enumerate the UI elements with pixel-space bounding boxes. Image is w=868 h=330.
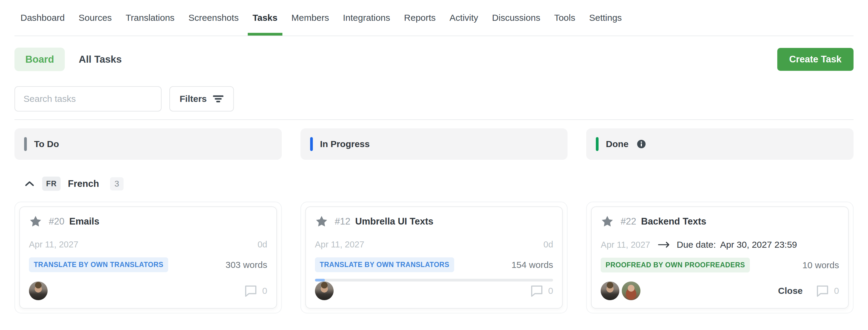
comment-bubble-icon: [530, 285, 544, 297]
task-number: #20: [49, 216, 64, 227]
start-date: Apr 11, 2027: [315, 240, 364, 249]
assignee-avatars: [29, 281, 48, 300]
task-count-badge: 3: [110, 177, 124, 190]
card-badge-row: TRANSLATE BY OWN TRANSLATORS 303 words: [29, 258, 267, 272]
assignee-avatars: [601, 281, 641, 300]
task-number: #22: [621, 216, 636, 227]
avatar: [315, 281, 334, 300]
comments-button[interactable]: 0: [244, 285, 267, 297]
nav-item-members[interactable]: Members: [291, 0, 329, 35]
create-task-button[interactable]: Create Task: [777, 48, 854, 71]
close-task-button[interactable]: Close: [778, 286, 803, 296]
card-date-row: Apr 11, 2027 0d: [29, 240, 267, 249]
duration: 0d: [544, 240, 553, 249]
column-label: In Progress: [320, 139, 370, 149]
search-row: Filters: [14, 86, 854, 112]
nav-item-translations[interactable]: Translations: [126, 0, 175, 35]
comments-button[interactable]: 0: [816, 285, 839, 297]
column-header-in-progress: In Progress: [301, 128, 568, 160]
nav-item-screenshots[interactable]: Screenshots: [188, 0, 239, 35]
comment-bubble-icon: [244, 285, 257, 297]
nav-item-activity[interactable]: Activity: [450, 0, 478, 35]
avatar: [601, 281, 619, 300]
card-date-row: Apr 11, 2027 Due date: Apr 30, 2027 23:5…: [601, 240, 839, 250]
card-badge-row: PROOFREAD BY OWN PROOFREADERS 10 words: [601, 258, 839, 272]
board-view-toggle[interactable]: Board: [14, 48, 65, 71]
nav-item-discussions[interactable]: Discussions: [492, 0, 540, 35]
card-title-row: #22 Backend Texts: [601, 215, 839, 228]
card-actions: Close 0: [778, 285, 839, 297]
task-card-umbrella-ui-texts[interactable]: #12 Umbrella UI Texts Apr 11, 2027 0d TR…: [305, 206, 563, 309]
column-color-bar: [24, 137, 27, 151]
card-shell: #22 Backend Texts Apr 11, 2027 Due date:…: [586, 202, 854, 313]
view-toolbar: Board All Tasks Create Task: [14, 48, 854, 71]
star-icon[interactable]: [29, 215, 42, 228]
nav-item-dashboard[interactable]: Dashboard: [21, 0, 65, 35]
card-date-row: Apr 11, 2027 0d: [315, 240, 553, 249]
card-title-row: #12 Umbrella UI Texts: [315, 215, 553, 228]
collapse-chevron-icon[interactable]: [25, 181, 34, 186]
task-title: Umbrella UI Texts: [355, 216, 433, 227]
task-title: Backend Texts: [641, 216, 707, 227]
filters-label: Filters: [180, 94, 207, 104]
duration: 0d: [257, 240, 267, 249]
progress-bar: [315, 279, 553, 281]
top-nav: Dashboard Sources Translations Screensho…: [0, 0, 868, 35]
task-number: #12: [335, 216, 350, 227]
task-type-badge: TRANSLATE BY OWN TRANSLATORS: [29, 258, 168, 272]
column-header-done: Done: [586, 128, 854, 160]
task-card-emails[interactable]: #20 Emails Apr 11, 2027 0d TRANSLATE BY …: [19, 206, 277, 309]
task-type-badge: TRANSLATE BY OWN TRANSLATORS: [315, 258, 454, 272]
nav-item-settings[interactable]: Settings: [589, 0, 622, 35]
due-date-value: Apr 30, 2027 23:59: [720, 240, 797, 250]
avatar: [29, 281, 48, 300]
filters-button[interactable]: Filters: [169, 86, 234, 112]
nav-item-reports[interactable]: Reports: [404, 0, 436, 35]
info-icon[interactable]: [637, 140, 646, 149]
arrow-right-icon: [658, 241, 670, 248]
comment-count: 0: [834, 286, 839, 296]
all-tasks-view-toggle[interactable]: All Tasks: [79, 54, 121, 65]
avatar: [622, 281, 641, 300]
card-actions: 0: [530, 285, 553, 297]
card-shell: #20 Emails Apr 11, 2027 0d TRANSLATE BY …: [14, 202, 282, 313]
nav-divider: [14, 35, 854, 36]
board-divider: [14, 119, 854, 120]
assignee-avatars: [315, 281, 334, 300]
task-cards-row: #20 Emails Apr 11, 2027 0d TRANSLATE BY …: [14, 202, 854, 313]
word-count: 10 words: [802, 260, 839, 270]
language-code-badge: FR: [42, 177, 61, 191]
column-color-bar: [310, 137, 313, 151]
nav-item-integrations[interactable]: Integrations: [343, 0, 390, 35]
task-type-badge: PROOFREAD BY OWN PROOFREADERS: [601, 258, 750, 272]
star-icon[interactable]: [315, 215, 328, 228]
card-footer: 0: [315, 281, 553, 300]
card-footer: 0: [29, 281, 267, 300]
filter-funnel-icon: [213, 95, 224, 103]
word-count: 154 words: [512, 260, 553, 270]
comments-button[interactable]: 0: [530, 285, 553, 297]
due-date-label: Due date:: [677, 240, 716, 250]
star-icon[interactable]: [601, 215, 614, 228]
board-columns: To Do In Progress Done: [14, 128, 854, 160]
start-date: Apr 11, 2027: [29, 240, 79, 249]
nav-item-tools[interactable]: Tools: [554, 0, 575, 35]
nav-item-sources[interactable]: Sources: [79, 0, 112, 35]
comment-bubble-icon: [816, 285, 829, 297]
column-label: Done: [606, 139, 628, 149]
comment-count: 0: [262, 286, 267, 296]
column-header-todo: To Do: [14, 128, 282, 160]
column-color-bar: [596, 137, 598, 151]
comment-count: 0: [548, 286, 553, 296]
language-group-header: FR French 3: [25, 177, 854, 191]
card-shell: #12 Umbrella UI Texts Apr 11, 2027 0d TR…: [301, 202, 568, 313]
progress-bar-fill: [315, 279, 325, 281]
word-count: 303 words: [225, 260, 267, 270]
search-input[interactable]: [14, 86, 161, 112]
card-footer: Close 0: [601, 281, 839, 300]
task-card-backend-texts[interactable]: #22 Backend Texts Apr 11, 2027 Due date:…: [591, 206, 849, 309]
card-title-row: #20 Emails: [29, 215, 267, 228]
task-title: Emails: [69, 216, 99, 227]
card-badge-row: TRANSLATE BY OWN TRANSLATORS 154 words: [315, 258, 553, 272]
nav-item-tasks[interactable]: Tasks: [253, 0, 278, 35]
